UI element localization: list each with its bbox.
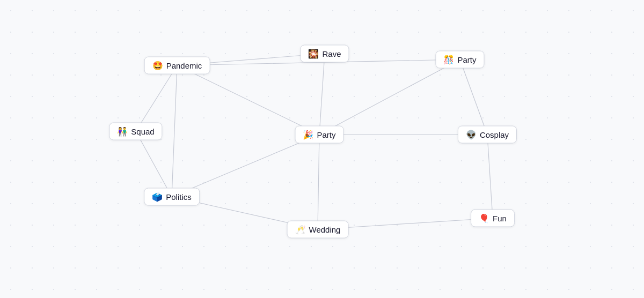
node-cosplay[interactable]: 👽Cosplay [458, 126, 517, 144]
node-pandemic[interactable]: 🤩Pandemic [144, 57, 210, 74]
node-emoji-squad: 👫 [117, 126, 128, 137]
node-label-fun: Fun [493, 214, 507, 223]
node-label-party-top: Party [457, 55, 476, 64]
node-emoji-party-center: 🎉 [303, 130, 313, 140]
node-label-pandemic: Pandemic [166, 61, 202, 70]
node-emoji-fun: 🎈 [479, 213, 489, 224]
node-emoji-politics: 🗳️ [152, 192, 163, 202]
node-party-center[interactable]: 🎉Party [295, 126, 343, 144]
node-fun[interactable]: 🎈Fun [471, 210, 515, 227]
node-label-politics: Politics [166, 192, 192, 202]
node-party-top[interactable]: 🎊Party [435, 51, 484, 69]
node-emoji-cosplay: 👽 [466, 130, 477, 140]
node-emoji-party-top: 🎊 [443, 55, 454, 65]
node-emoji-rave: 🎇 [308, 49, 319, 59]
node-label-party-center: Party [317, 130, 335, 139]
node-label-squad: Squad [131, 127, 154, 136]
node-label-cosplay: Cosplay [480, 130, 509, 139]
node-emoji-wedding: 🥂 [295, 225, 306, 235]
node-squad[interactable]: 👫Squad [109, 123, 162, 140]
node-emoji-pandemic: 🤩 [152, 61, 163, 71]
node-wedding[interactable]: 🥂Wedding [287, 221, 349, 239]
node-label-rave: Rave [322, 49, 341, 58]
node-label-wedding: Wedding [309, 225, 341, 234]
node-politics[interactable]: 🗳️Politics [144, 188, 200, 206]
node-rave[interactable]: 🎇Rave [300, 45, 349, 63]
